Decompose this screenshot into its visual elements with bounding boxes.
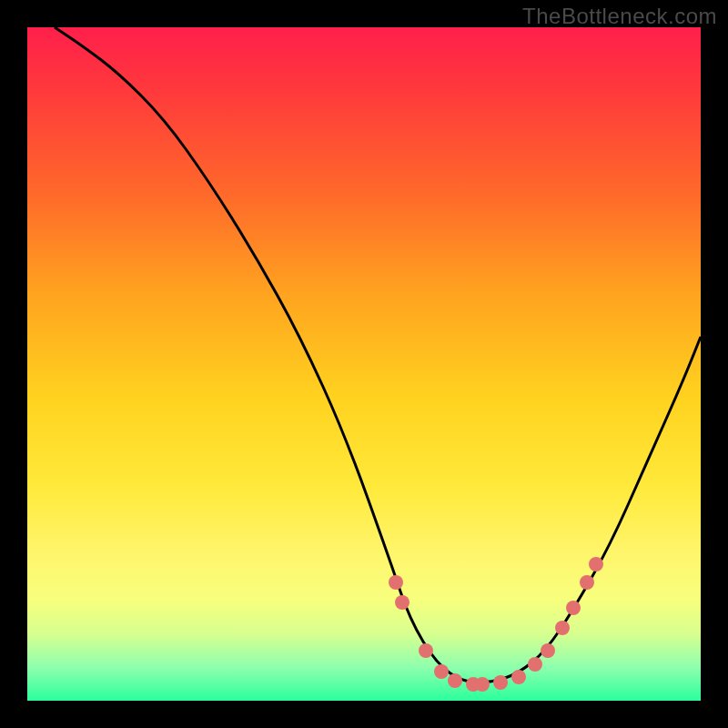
highlight-dot [511, 670, 526, 684]
highlight-dot [475, 677, 490, 692]
highlight-dot [541, 643, 555, 658]
highlight-dot [448, 673, 462, 688]
highlight-dot [566, 601, 581, 615]
watermark-text: TheBottleneck.com [522, 4, 717, 29]
highlight-dot [434, 664, 449, 679]
highlight-dot [419, 643, 433, 658]
bottleneck-curve [55, 27, 701, 682]
curve-svg [27, 27, 701, 701]
highlight-dot [580, 575, 594, 590]
highlight-dot [389, 575, 403, 590]
chart-frame: TheBottleneck.com [0, 0, 728, 728]
highlight-dot [528, 657, 542, 672]
highlight-dot [493, 675, 508, 690]
plot-area [27, 27, 701, 701]
highlight-dot [555, 621, 570, 635]
highlight-dots-group [389, 557, 603, 692]
highlight-dot [589, 557, 603, 571]
highlight-dot [395, 595, 410, 610]
